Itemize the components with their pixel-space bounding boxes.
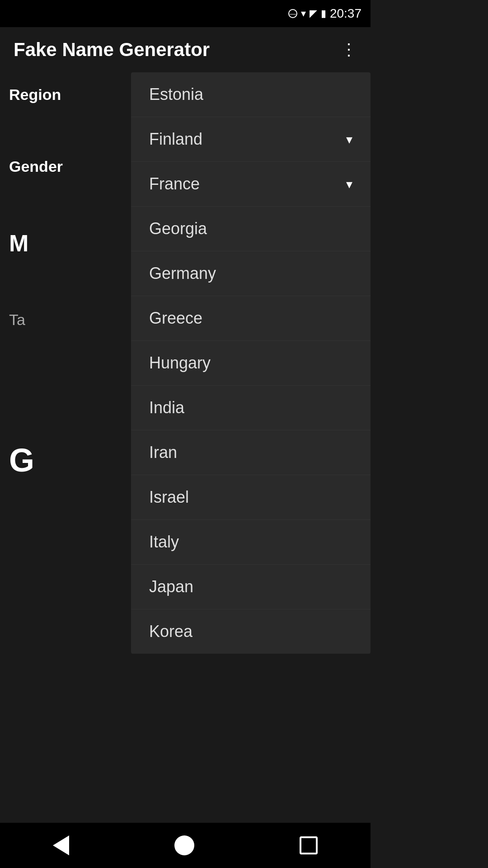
app-bar: Fake Name Generator ⋮ [0, 27, 371, 72]
country-name: Japan [149, 577, 193, 596]
country-name: Finland [149, 130, 202, 149]
home-button[interactable] [174, 835, 194, 855]
country-name: Estonia [149, 85, 203, 104]
back-icon [53, 835, 69, 855]
country-name: Hungary [149, 354, 211, 373]
country-name: Germany [149, 264, 216, 283]
dnd-icon [288, 9, 297, 18]
nav-bar [0, 823, 371, 868]
country-name: Italy [149, 533, 179, 552]
partial-bottom: G [9, 442, 122, 479]
list-item[interactable]: Estonia [131, 72, 371, 117]
country-name: Israel [149, 488, 189, 507]
country-name: Georgia [149, 219, 207, 238]
back-button[interactable] [53, 835, 69, 855]
status-bar: ▾ ◤ ▮ 20:37 [0, 0, 371, 27]
signal-icon: ◤ [310, 8, 317, 19]
gender-value: M [9, 230, 122, 257]
list-item[interactable]: Germany [131, 251, 371, 296]
list-item[interactable]: India [131, 386, 371, 430]
status-icons: ▾ ◤ ▮ 20:37 [288, 6, 361, 21]
country-dropdown: Estonia Finland ▾ France ▾ Georgia Germa… [131, 72, 371, 654]
list-item[interactable]: France ▾ [131, 162, 371, 207]
wifi-icon: ▾ [301, 8, 306, 19]
home-icon [174, 835, 194, 855]
more-options-icon[interactable]: ⋮ [341, 40, 357, 59]
country-name: Korea [149, 622, 192, 641]
app-title: Fake Name Generator [14, 39, 210, 61]
list-item[interactable]: Hungary [131, 341, 371, 386]
list-item[interactable]: Georgia [131, 207, 371, 251]
recents-icon [300, 836, 318, 854]
list-item[interactable]: Finland ▾ [131, 117, 371, 162]
list-item[interactable]: Greece [131, 296, 371, 341]
country-name: Iran [149, 443, 177, 462]
country-name: India [149, 398, 184, 417]
chevron-down-icon: ▾ [346, 132, 352, 147]
recents-button[interactable] [300, 836, 318, 854]
list-item[interactable]: Korea [131, 609, 371, 654]
list-item[interactable]: Italy [131, 520, 371, 565]
country-name: Greece [149, 309, 202, 328]
status-time: 20:37 [330, 6, 361, 21]
country-name: France [149, 175, 200, 193]
partial-text: Ta [9, 311, 122, 329]
chevron-down-icon: ▾ [346, 177, 352, 192]
region-label: Region [9, 86, 122, 104]
list-item[interactable]: Iran [131, 430, 371, 475]
sidebar: Region Gender M Ta G [0, 72, 131, 492]
battery-icon: ▮ [321, 8, 326, 19]
gender-label: Gender [9, 158, 122, 175]
list-item[interactable]: Japan [131, 565, 371, 609]
main-content: Region Gender M Ta G Estonia Finland ▾ F… [0, 72, 371, 492]
list-item[interactable]: Israel [131, 475, 371, 520]
